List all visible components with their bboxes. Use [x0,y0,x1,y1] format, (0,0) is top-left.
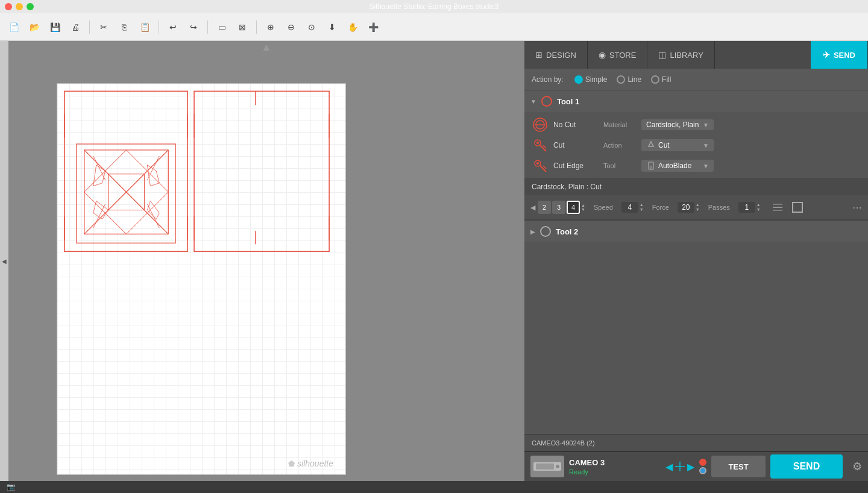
cut-button[interactable]: ✂ [95,18,113,36]
tool1-section: ▼ Tool 1 No Cut [524,90,868,221]
speed-up[interactable]: ▲ [640,203,644,207]
passes-value[interactable]: 1 [738,202,755,213]
autoblade-icon [646,161,656,171]
zoom-out-button[interactable]: ⊖ [282,18,300,36]
print-button[interactable]: 🖨 [66,18,84,36]
minimize-button[interactable] [16,3,23,10]
action-label: Action [603,142,637,149]
speed-label: Speed [594,204,613,211]
fill-style-icon [792,202,803,213]
force-up[interactable]: ▲ [696,203,700,207]
tool2-header[interactable]: ▶ Tool 2 [524,221,868,242]
cut-icon [532,137,549,154]
device-name: CAMEO 3 [569,458,605,467]
canvas-area[interactable]: ▲ [8,41,524,481]
window-controls[interactable] [5,3,34,10]
action-by-radio-group: Simple Line Fill [574,75,671,84]
toolbar-separator-3 [207,20,208,34]
tab-library[interactable]: ◫ LIBRARY [647,41,714,69]
deselect-button[interactable]: ⊠ [233,18,251,36]
radio-fill[interactable]: Fill [651,75,671,84]
new-button[interactable]: 📄 [5,18,23,36]
force-spinbox: 20 ▲ ▼ [678,202,700,213]
undo-button[interactable]: ↩ [164,18,182,36]
nav-arrows-control[interactable]: ◀ ▶ [665,460,694,473]
radio-simple[interactable]: Simple [574,75,608,84]
force-arrows[interactable]: ▲ ▼ [696,203,700,213]
more-options-button[interactable]: ⋯ [852,202,862,213]
copy-button[interactable]: ⎘ [115,18,133,36]
tool1-cutedge-row: Cut Edge Tool AutoBlade ▼ [524,155,868,176]
move-down-button[interactable]: ⬇ [323,18,341,36]
design-icon: ⊞ [535,50,542,60]
test-button[interactable]: TEST [711,456,766,477]
action-value: Cut [658,141,670,149]
svg-line-36 [540,166,546,172]
svg-line-33 [543,145,546,148]
titlebar: Silhouette Studio: Earring Boxes.studio3 [0,0,868,13]
page-down-arrow[interactable]: ▼ [581,207,585,212]
page-up-arrow[interactable]: ▲ [581,203,585,207]
close-button[interactable] [5,3,12,10]
radio-line[interactable]: Line [617,75,641,84]
cut-label: Cut [553,141,599,149]
save-button[interactable]: 💾 [46,18,64,36]
page-3[interactable]: 3 [552,201,565,214]
tool-dropdown[interactable]: AutoBlade ▼ [641,160,714,172]
left-panel-toggle[interactable]: ◀ [0,41,8,481]
passes-label: Passes [708,204,730,211]
device-status: Ready [569,468,605,476]
force-down[interactable]: ▼ [696,207,700,212]
nocut-label: No Cut [553,121,599,129]
hand-tool-button[interactable]: ✋ [344,18,362,36]
zoom-fit-button[interactable]: ⊙ [303,18,321,36]
toolbar: 📄 📂 💾 🖨 ✂ ⎘ 📋 ↩ ↪ ▭ ⊠ ⊕ ⊖ ⊙ ⬇ ✋ ➕ [0,13,868,41]
add-point-button[interactable]: ➕ [364,18,382,36]
passes-up[interactable]: ▲ [756,203,761,207]
cardstock-bar: Cardstock, Plain : Cut [524,178,868,195]
material-label: Material [603,121,637,128]
upload-arrow-icon: ▲ [261,41,272,54]
material-dropdown[interactable]: Cardstock, Plain ▼ [641,119,714,130]
page-nav-arrows[interactable]: ▲ ▼ [581,203,585,212]
machine-id-label: CAMEO3-49024B (2) [532,439,595,447]
tab-design[interactable]: ⊞ DESIGN [524,41,588,69]
speed-value[interactable]: 4 [621,202,638,213]
tab-store[interactable]: ◉ STORE [588,41,648,69]
toolbar-separator-1 [89,20,90,34]
material-value: Cardstock, Plain [646,121,699,129]
force-label: Force [652,204,669,211]
passes-arrows[interactable]: ▲ ▼ [756,203,761,213]
upload-arrow-area: ▲ [8,41,524,53]
passes-down[interactable]: ▼ [756,207,761,212]
radio-fill-indicator [651,75,659,84]
library-icon: ◫ [658,50,666,60]
action-dropdown[interactable]: Cut ▼ [641,139,714,151]
page-4-active[interactable]: 4 [567,201,580,214]
tool1-header[interactable]: ▼ Tool 1 [524,90,868,112]
page-navigation: ◀ 2 3 4 ▲ ▼ [530,201,585,214]
settings-row: ◀ 2 3 4 ▲ ▼ Speed 4 ▲ [524,195,868,219]
svg-rect-1 [77,144,175,243]
settings-gear-icon[interactable]: ⚙ [852,460,862,473]
page-nav-left-arrow[interactable]: ◀ [530,204,535,212]
speed-down[interactable]: ▼ [640,207,644,212]
cardstock-label: Cardstock, Plain : Cut [532,183,602,191]
nav-left-icon[interactable]: ◀ [665,461,673,473]
tab-send[interactable]: ✈ SEND [811,41,868,69]
camera-icon-button[interactable]: 📷 [5,481,17,493]
speed-arrows[interactable]: ▲ ▼ [640,203,644,213]
redo-button[interactable]: ↪ [184,18,203,36]
force-value[interactable]: 20 [678,202,694,213]
send-button[interactable]: SEND [770,454,843,479]
open-button[interactable]: 📂 [25,18,43,36]
cut-design-svg [57,84,345,474]
select-button[interactable]: ▭ [213,18,231,36]
device-thumbnail [530,456,564,477]
page-2[interactable]: 2 [538,201,551,214]
zoom-in-button[interactable]: ⊕ [262,18,280,36]
nav-right-icon[interactable]: ▶ [687,461,694,473]
maximize-button[interactable] [27,3,34,10]
speed-spinbox: 4 ▲ ▼ [621,202,644,213]
paste-button[interactable]: 📋 [136,18,154,36]
